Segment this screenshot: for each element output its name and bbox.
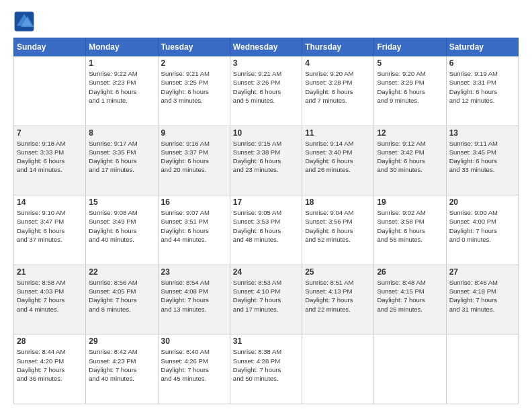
calendar-cell: 26Sunrise: 8:48 AM Sunset: 4:15 PM Dayli…	[374, 265, 446, 334]
calendar-cell: 29Sunrise: 8:42 AM Sunset: 4:23 PM Dayli…	[86, 334, 158, 404]
day-number: 14	[17, 197, 83, 207]
day-info: Sunrise: 8:48 AM Sunset: 4:15 PM Dayligh…	[377, 278, 443, 314]
week-row: 14Sunrise: 9:10 AM Sunset: 3:47 PM Dayli…	[14, 195, 519, 265]
calendar-cell: 3Sunrise: 9:21 AM Sunset: 3:26 PM Daylig…	[230, 56, 302, 126]
calendar-cell: 10Sunrise: 9:15 AM Sunset: 3:38 PM Dayli…	[230, 126, 302, 195]
calendar-cell: 20Sunrise: 9:00 AM Sunset: 4:00 PM Dayli…	[446, 195, 518, 265]
calendar-cell: 12Sunrise: 9:12 AM Sunset: 3:42 PM Dayli…	[374, 126, 446, 195]
day-info: Sunrise: 8:54 AM Sunset: 4:08 PM Dayligh…	[161, 278, 227, 314]
col-header-friday: Friday	[374, 38, 446, 56]
day-info: Sunrise: 9:15 AM Sunset: 3:38 PM Dayligh…	[233, 139, 299, 175]
calendar-cell	[14, 56, 86, 126]
day-info: Sunrise: 9:16 AM Sunset: 3:37 PM Dayligh…	[161, 139, 227, 175]
calendar-cell: 25Sunrise: 8:51 AM Sunset: 4:13 PM Dayli…	[302, 265, 374, 334]
day-info: Sunrise: 9:21 AM Sunset: 3:25 PM Dayligh…	[161, 69, 227, 105]
calendar-cell: 11Sunrise: 9:14 AM Sunset: 3:40 PM Dayli…	[302, 126, 374, 195]
calendar-cell	[302, 334, 374, 404]
col-header-tuesday: Tuesday	[158, 38, 230, 56]
calendar-cell: 4Sunrise: 9:20 AM Sunset: 3:28 PM Daylig…	[302, 56, 374, 126]
day-info: Sunrise: 9:11 AM Sunset: 3:45 PM Dayligh…	[449, 139, 515, 175]
calendar-cell	[446, 334, 518, 404]
day-info: Sunrise: 8:53 AM Sunset: 4:10 PM Dayligh…	[233, 278, 299, 314]
week-row: 7Sunrise: 9:18 AM Sunset: 3:33 PM Daylig…	[14, 126, 519, 195]
calendar-cell	[374, 334, 446, 404]
day-info: Sunrise: 8:51 AM Sunset: 4:13 PM Dayligh…	[305, 278, 371, 314]
day-number: 15	[89, 197, 154, 207]
header	[13, 11, 519, 32]
day-number: 17	[233, 197, 299, 207]
calendar-cell: 9Sunrise: 9:16 AM Sunset: 3:37 PM Daylig…	[158, 126, 230, 195]
day-number: 3	[233, 58, 299, 68]
day-info: Sunrise: 9:02 AM Sunset: 3:58 PM Dayligh…	[377, 208, 443, 244]
week-row: 28Sunrise: 8:44 AM Sunset: 4:20 PM Dayli…	[14, 334, 519, 404]
day-number: 6	[449, 58, 515, 68]
week-row: 1Sunrise: 9:22 AM Sunset: 3:23 PM Daylig…	[14, 56, 519, 126]
day-number: 2	[161, 58, 227, 68]
calendar-cell: 14Sunrise: 9:10 AM Sunset: 3:47 PM Dayli…	[14, 195, 86, 265]
day-number: 12	[377, 128, 443, 138]
day-info: Sunrise: 9:21 AM Sunset: 3:26 PM Dayligh…	[233, 69, 299, 105]
day-info: Sunrise: 9:00 AM Sunset: 4:00 PM Dayligh…	[449, 208, 515, 244]
day-number: 26	[377, 267, 443, 277]
day-number: 25	[305, 267, 371, 277]
day-info: Sunrise: 9:18 AM Sunset: 3:33 PM Dayligh…	[17, 139, 83, 175]
day-info: Sunrise: 8:38 AM Sunset: 4:28 PM Dayligh…	[233, 347, 299, 383]
day-info: Sunrise: 9:05 AM Sunset: 3:53 PM Dayligh…	[233, 208, 299, 244]
calendar-cell: 13Sunrise: 9:11 AM Sunset: 3:45 PM Dayli…	[446, 126, 518, 195]
day-number: 8	[89, 128, 154, 138]
calendar-cell: 16Sunrise: 9:07 AM Sunset: 3:51 PM Dayli…	[158, 195, 230, 265]
day-info: Sunrise: 8:56 AM Sunset: 4:05 PM Dayligh…	[89, 278, 154, 314]
calendar-cell: 23Sunrise: 8:54 AM Sunset: 4:08 PM Dayli…	[158, 265, 230, 334]
day-number: 1	[89, 58, 154, 68]
day-number: 18	[305, 197, 371, 207]
calendar-cell: 15Sunrise: 9:08 AM Sunset: 3:49 PM Dayli…	[86, 195, 158, 265]
calendar-cell: 2Sunrise: 9:21 AM Sunset: 3:25 PM Daylig…	[158, 56, 230, 126]
col-header-sunday: Sunday	[14, 38, 86, 56]
day-number: 20	[449, 197, 515, 207]
day-info: Sunrise: 8:44 AM Sunset: 4:20 PM Dayligh…	[17, 347, 83, 383]
day-number: 10	[233, 128, 299, 138]
calendar-cell: 1Sunrise: 9:22 AM Sunset: 3:23 PM Daylig…	[86, 56, 158, 126]
day-info: Sunrise: 8:40 AM Sunset: 4:26 PM Dayligh…	[161, 347, 227, 383]
calendar-cell: 28Sunrise: 8:44 AM Sunset: 4:20 PM Dayli…	[14, 334, 86, 404]
day-info: Sunrise: 9:19 AM Sunset: 3:31 PM Dayligh…	[449, 69, 515, 105]
calendar-cell: 18Sunrise: 9:04 AM Sunset: 3:56 PM Dayli…	[302, 195, 374, 265]
day-info: Sunrise: 9:20 AM Sunset: 3:29 PM Dayligh…	[377, 69, 443, 105]
calendar-cell: 21Sunrise: 8:58 AM Sunset: 4:03 PM Dayli…	[14, 265, 86, 334]
day-info: Sunrise: 9:14 AM Sunset: 3:40 PM Dayligh…	[305, 139, 371, 175]
day-number: 27	[449, 267, 515, 277]
header-row: SundayMondayTuesdayWednesdayThursdayFrid…	[14, 38, 519, 56]
day-info: Sunrise: 8:58 AM Sunset: 4:03 PM Dayligh…	[17, 278, 83, 314]
day-number: 28	[17, 336, 83, 346]
day-info: Sunrise: 9:12 AM Sunset: 3:42 PM Dayligh…	[377, 139, 443, 175]
day-info: Sunrise: 9:22 AM Sunset: 3:23 PM Dayligh…	[89, 69, 154, 105]
day-info: Sunrise: 9:17 AM Sunset: 3:35 PM Dayligh…	[89, 139, 154, 175]
day-number: 11	[305, 128, 371, 138]
page: SundayMondayTuesdayWednesdayThursdayFrid…	[0, 0, 532, 411]
calendar-cell: 30Sunrise: 8:40 AM Sunset: 4:26 PM Dayli…	[158, 334, 230, 404]
day-number: 9	[161, 128, 227, 138]
day-info: Sunrise: 8:42 AM Sunset: 4:23 PM Dayligh…	[89, 347, 154, 383]
calendar-cell: 7Sunrise: 9:18 AM Sunset: 3:33 PM Daylig…	[14, 126, 86, 195]
day-number: 13	[449, 128, 515, 138]
calendar-table: SundayMondayTuesdayWednesdayThursdayFrid…	[13, 38, 519, 404]
day-info: Sunrise: 9:04 AM Sunset: 3:56 PM Dayligh…	[305, 208, 371, 244]
calendar-cell: 6Sunrise: 9:19 AM Sunset: 3:31 PM Daylig…	[446, 56, 518, 126]
day-number: 7	[17, 128, 83, 138]
day-number: 31	[233, 336, 299, 346]
calendar-cell: 8Sunrise: 9:17 AM Sunset: 3:35 PM Daylig…	[86, 126, 158, 195]
day-number: 4	[305, 58, 371, 68]
day-number: 29	[89, 336, 154, 346]
day-number: 5	[377, 58, 443, 68]
day-number: 21	[17, 267, 83, 277]
logo	[13, 11, 38, 32]
day-number: 19	[377, 197, 443, 207]
day-info: Sunrise: 9:08 AM Sunset: 3:49 PM Dayligh…	[89, 208, 154, 244]
calendar-cell: 31Sunrise: 8:38 AM Sunset: 4:28 PM Dayli…	[230, 334, 302, 404]
day-number: 16	[161, 197, 227, 207]
day-number: 24	[233, 267, 299, 277]
logo-icon	[13, 11, 35, 32]
day-number: 30	[161, 336, 227, 346]
calendar-cell: 24Sunrise: 8:53 AM Sunset: 4:10 PM Dayli…	[230, 265, 302, 334]
calendar-cell: 17Sunrise: 9:05 AM Sunset: 3:53 PM Dayli…	[230, 195, 302, 265]
